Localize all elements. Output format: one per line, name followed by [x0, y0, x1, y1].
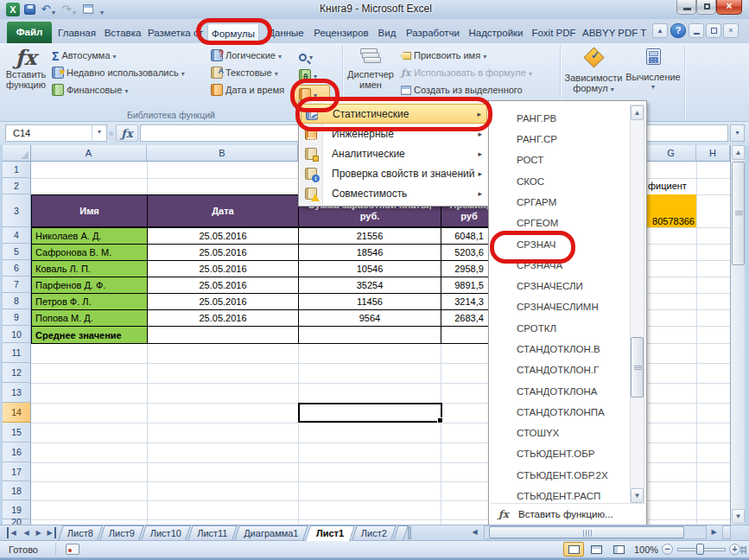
cell-b10[interactable] [147, 326, 299, 344]
vertical-scrollbar-thumb[interactable] [732, 162, 745, 265]
workbook-restore-icon[interactable] [706, 23, 721, 38]
cell-a4[interactable]: Николаев А. Д. [31, 227, 148, 245]
function-item[interactable]: СТЬЮДЕНТ.ОБР [491, 443, 629, 464]
redo-dropdown-icon[interactable]: ▾ [73, 6, 76, 20]
collapse-ribbon-icon[interactable]: ▴ [652, 23, 668, 38]
define-name-button[interactable]: Присвоить имя ▾ [401, 48, 486, 64]
sheet-tab-list9[interactable]: Лист9 [99, 525, 144, 540]
macro-record-button[interactable] [66, 544, 79, 555]
zoom-out-button[interactable]: − [662, 544, 673, 555]
row-header-13[interactable]: 13 [3, 383, 31, 403]
undo-dropdown-icon[interactable]: ▾ [52, 6, 55, 20]
scrollbar-resize-handle[interactable] [722, 525, 731, 539]
cell-c5[interactable]: 18546 [298, 244, 441, 261]
function-item[interactable]: РАНГ.СР [491, 129, 629, 150]
row-header-4[interactable]: 4 [3, 227, 31, 244]
cell-c9[interactable]: 9564 [298, 309, 441, 327]
text-button[interactable]: АТекстовые ▾ [211, 65, 278, 81]
selected-cell-c14[interactable] [298, 403, 442, 423]
cell-a7[interactable]: Парфенов Д. Ф. [31, 277, 148, 294]
date-time-button[interactable]: Дата и время [211, 82, 284, 99]
row-header-6[interactable]: 6 [3, 260, 31, 277]
row-header-2[interactable]: 2 [3, 178, 31, 194]
cell-b4[interactable]: 25.05.2016 [147, 227, 299, 245]
row-header-8[interactable]: 8 [3, 293, 31, 309]
tab-page-layout[interactable]: Разметка ст [147, 23, 204, 43]
sheet-tab-list8[interactable]: Лист8 [58, 525, 103, 540]
row-header-1[interactable]: 1 [3, 162, 31, 178]
scroll-up-icon[interactable]: ▲ [631, 105, 644, 120]
function-item-clipped[interactable]: ПУАССОН.РАСП [491, 102, 629, 107]
restore-button[interactable] [696, 0, 716, 15]
tab-insert[interactable]: Вставка [102, 23, 143, 43]
workbook-minimize-icon[interactable] [689, 23, 704, 38]
function-item[interactable]: СТЬЮДЕНТ.ОБР.2Х [491, 465, 629, 486]
cell-g2-coefficient-spill[interactable]: фициент [648, 178, 726, 194]
workbook-close-icon[interactable]: × [723, 23, 739, 38]
insert-function-button[interactable]: ƒx Вставить функцию [5, 47, 47, 90]
table-header-name[interactable]: Имя [31, 194, 148, 227]
cell-a5[interactable]: Сафронова В. М. [31, 244, 148, 261]
row-header-14-selected[interactable]: 14 [3, 403, 31, 423]
tab-split-handle[interactable] [408, 526, 411, 539]
menu-scrollbar[interactable]: ▲ ▼ [630, 105, 644, 504]
tab-data[interactable]: Данные [264, 23, 308, 43]
function-item[interactable]: СРЗНАЧЕСЛИМН [491, 296, 629, 317]
use-in-formula-button[interactable]: ƒxИспользовать в формуле ▾ [401, 65, 532, 81]
column-header-b[interactable]: B [147, 145, 298, 162]
function-item[interactable]: СРГЕОМ [491, 213, 629, 233]
hscroll-right-icon[interactable]: ▶ [708, 526, 720, 538]
hscroll-left-icon[interactable]: ◀ [469, 526, 480, 538]
row-header-5[interactable]: 5 [3, 244, 31, 260]
cell-a6[interactable]: Коваль Л. П. [31, 260, 148, 277]
last-sheet-icon[interactable]: ▶ [45, 527, 56, 538]
row-header-17[interactable]: 17 [3, 462, 31, 481]
tab-abbyy-pdf[interactable]: ABBYY PDF T [582, 23, 644, 43]
column-header-a[interactable]: A [31, 145, 147, 162]
sheet-tab-list1-active[interactable]: Лист1 [305, 525, 355, 541]
menu-item-information[interactable]: i Проверка свойств и значений ▸ [301, 164, 487, 184]
scroll-down-icon[interactable]: ▼ [631, 488, 644, 503]
cell-c4[interactable]: 21556 [298, 227, 441, 245]
function-item[interactable]: СРЗНАЧА [491, 255, 629, 276]
sheet-tab-list2[interactable]: Лист2 [352, 525, 397, 540]
cell-a8[interactable]: Петров Ф. Л. [31, 293, 148, 310]
save-button[interactable] [24, 4, 35, 15]
next-sheet-icon[interactable]: ▶ [33, 527, 44, 538]
function-item[interactable]: РОСТ [491, 150, 629, 170]
insert-function-fx-button[interactable]: ƒx [116, 124, 138, 142]
row-header-15[interactable]: 15 [3, 423, 31, 442]
row-header-3[interactable]: 3 [3, 194, 31, 227]
horizontal-scrollbar-thumb[interactable] [489, 526, 684, 538]
create-from-selection-button[interactable]: Создать из выделенного [401, 82, 523, 99]
sheet-tab-diagramma1[interactable]: Диаграмма1 [234, 525, 308, 540]
function-item[interactable]: СКОС [491, 171, 629, 192]
first-sheet-icon[interactable]: ◀ [7, 527, 18, 538]
minimize-button[interactable] [676, 0, 696, 15]
sheet-tab-list10[interactable]: Лист10 [141, 525, 191, 540]
select-all-corner[interactable] [3, 145, 31, 162]
function-item[interactable]: СРГАРМ [491, 192, 629, 213]
tab-view[interactable]: Вид [375, 23, 399, 43]
function-item[interactable]: СТОШYX [491, 423, 629, 443]
tab-foxit-pdf[interactable]: Foxit PDF [529, 23, 579, 43]
row-header-12[interactable]: 12 [3, 363, 31, 383]
sheet-tab-list11[interactable]: Лист11 [187, 525, 238, 540]
cell-b7[interactable]: 25.05.2016 [147, 277, 299, 294]
cell-b9[interactable]: 25.05.2016 [147, 309, 299, 327]
autosum-button[interactable]: ΣАвтосумма ▾ [52, 48, 117, 64]
function-item-srznach[interactable]: СРЗНАЧ [491, 234, 629, 255]
scroll-down-icon[interactable]: ▼ [732, 509, 745, 524]
undo-button[interactable]: ↶ [40, 3, 52, 16]
cell-c8[interactable]: 11456 [298, 293, 441, 310]
row-header-7[interactable]: 7 [3, 277, 31, 293]
calculation-button[interactable]: Вычисление ▾ [625, 48, 681, 92]
menu-scrollbar-thumb[interactable] [631, 337, 644, 398]
tab-review[interactable]: Рецензиров [311, 23, 371, 43]
menu-item-compatibility[interactable]: Совместимость ▸ [301, 184, 487, 204]
row-header-18[interactable]: 18 [3, 481, 31, 500]
recently-used-button[interactable]: ★Недавно использовались ▾ [52, 65, 185, 81]
cell-c10[interactable] [298, 326, 441, 344]
function-item[interactable]: СТАНДОТКЛОН.Г [491, 360, 629, 380]
resize-grip[interactable] [740, 546, 746, 554]
